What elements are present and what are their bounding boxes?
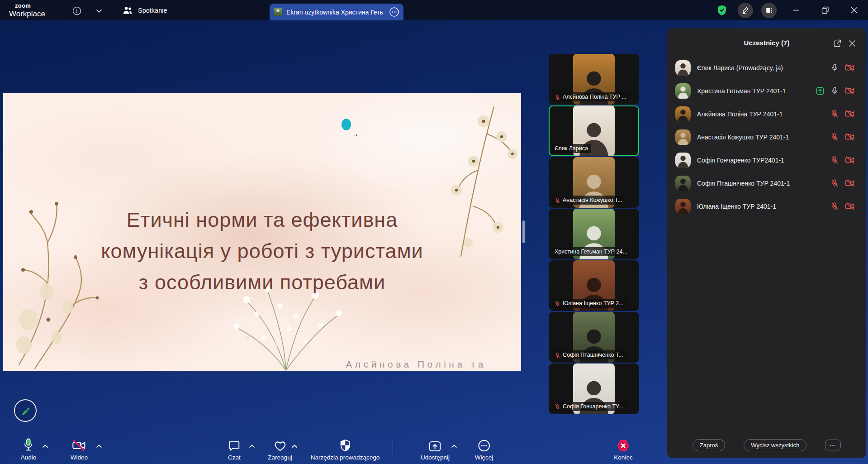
shared-screen-slide: Етичні норми та ефективна комунікація у …	[3, 93, 521, 371]
layout-view-button[interactable]	[761, 3, 777, 18]
host-tools-button[interactable]: Narzędzia prowadzącego	[311, 436, 379, 461]
zoom-workplace-window: zoom Workplace Spotkanie	[0, 0, 868, 464]
chevron-up-icon	[291, 444, 298, 448]
share-options-button[interactable]	[451, 443, 457, 450]
share-screen-button[interactable]: Udostępnij	[421, 436, 450, 461]
video-tile-name-tag: Єпик Лариса	[552, 144, 591, 153]
camera-off-icon[interactable]	[845, 110, 855, 118]
participant-row[interactable]: Христина Гетьман ТУР 2401-1	[667, 79, 866, 102]
mic-muted-icon[interactable]	[830, 202, 839, 210]
camera-off-icon[interactable]	[845, 156, 855, 164]
video-tile[interactable]: Алєйнова Поліна ТУР ...	[549, 54, 639, 105]
security-shield-button[interactable]	[715, 4, 729, 17]
react-label: Zareaguj	[268, 454, 292, 461]
video-tile-name: Софія Пташніченко Т...	[563, 352, 623, 358]
mute-all-button[interactable]: Wycisz wszystkich	[744, 439, 806, 451]
chevron-up-icon	[96, 444, 102, 448]
annotate-toolbar-button[interactable]	[738, 3, 753, 18]
security-shield-icon	[716, 5, 727, 16]
react-button[interactable]: Zareaguj	[268, 436, 292, 461]
mic-muted-icon	[555, 404, 560, 410]
slide-title-line3: з особливими потребами	[3, 267, 521, 298]
video-tile-active-speaker[interactable]: Єпик Лариса	[549, 105, 639, 156]
video-tile-name: Алєйнова Поліна ТУР ...	[563, 94, 626, 100]
video-tile[interactable]: Христина Гетьман ТУР 24...	[549, 209, 639, 259]
logo-zoom: zoom	[15, 3, 45, 9]
participant-name: Юліана Іщенко ТУР 2401-1	[697, 203, 830, 210]
mic-on-icon[interactable]	[830, 63, 839, 72]
tab-meeting[interactable]: Spotkanie	[122, 0, 167, 20]
invite-button[interactable]: Zaproś	[693, 439, 725, 451]
green-pencil-icon	[20, 405, 31, 416]
video-tile-name: Єпик Лариса	[555, 145, 588, 152]
mic-muted-icon[interactable]	[830, 110, 839, 118]
close-icon	[849, 40, 856, 47]
participant-row[interactable]: Юліана Іщенко ТУР 2401-1	[667, 195, 866, 218]
tab-meeting-label: Spotkanie	[138, 7, 167, 14]
participant-row[interactable]: Анастасія Кожушко ТУР 2401-1	[667, 125, 866, 148]
camera-off-icon[interactable]	[845, 133, 855, 141]
end-call-icon	[617, 439, 631, 452]
tab-screen-share[interactable]: Ekran użytkownika Христина Геть	[270, 4, 403, 20]
video-tile[interactable]: Юліана Іщенко ТУР 2...	[549, 260, 639, 311]
participant-name: Христина Гетьман ТУР 2401-1	[697, 87, 816, 95]
camera-off-icon[interactable]	[845, 63, 855, 72]
react-options-button[interactable]	[291, 443, 298, 450]
window-close-button[interactable]	[847, 4, 861, 17]
video-options-button[interactable]	[96, 443, 102, 450]
restore-icon	[821, 6, 829, 14]
participant-status-icons	[830, 133, 855, 141]
camera-off-icon[interactable]	[845, 202, 855, 210]
video-tile[interactable]: Софія Гончаренко ТУ...	[549, 364, 639, 414]
more-button[interactable]: Więcej	[475, 436, 493, 461]
camera-off-icon[interactable]	[845, 86, 855, 95]
mic-muted-icon[interactable]	[830, 179, 839, 187]
window-minimize-button[interactable]	[789, 4, 803, 17]
participant-status-icons	[830, 63, 855, 72]
video-tile-name-tag: Юліана Іщенко ТУР 2...	[552, 299, 627, 308]
mic-on-icon[interactable]	[830, 86, 839, 95]
panel-more-button[interactable]: ⋯	[825, 440, 841, 450]
people-icon	[122, 5, 133, 15]
mic-muted-icon[interactable]	[830, 156, 839, 164]
panel-close-button[interactable]	[847, 38, 857, 48]
chat-button[interactable]: Czat	[228, 436, 241, 461]
participant-row[interactable]: Єпик Лариса (Prowadzący, ja)	[667, 56, 866, 79]
panel-popout-button[interactable]	[832, 38, 843, 49]
annotation-pencil-button[interactable]	[14, 399, 37, 422]
participant-status-icons	[830, 179, 855, 187]
heart-icon	[273, 440, 287, 452]
participant-row[interactable]: Алєйнова Поліна ТУР 2401-1	[667, 102, 866, 125]
video-tile[interactable]: Софія Пташніченко Т...	[549, 312, 639, 363]
microphone-icon	[23, 438, 34, 452]
minimize-icon	[793, 10, 799, 11]
participant-status-icons	[830, 156, 855, 164]
audio-options-button[interactable]	[42, 443, 48, 450]
video-filmstrip: Алєйнова Поліна ТУР ... Єпик Лариса Анас…	[549, 54, 639, 415]
video-button[interactable]: Wideo	[71, 436, 88, 461]
chat-options-button[interactable]	[249, 443, 255, 450]
camera-off-icon[interactable]	[845, 179, 855, 187]
chevron-up-icon	[451, 444, 457, 448]
annotation-dot	[342, 119, 351, 130]
participants-panel-header: Uczestnicy (7)	[667, 28, 866, 56]
audio-label: Audio	[21, 454, 37, 461]
mic-muted-icon[interactable]	[830, 133, 839, 141]
chevron-up-icon	[42, 444, 48, 448]
titlebar-dropdown-button[interactable]	[94, 6, 104, 15]
participants-list: Єпик Лариса (Prowadzący, ja) Христина Ге…	[667, 56, 866, 218]
slide-author-credit: Алєйнова Поліна та	[346, 359, 486, 370]
more-label: Więcej	[475, 454, 493, 461]
participant-row[interactable]: Софія Гончаренко ТУР2401-1	[667, 148, 866, 172]
logo-workplace: Workplace	[9, 10, 45, 18]
participant-row[interactable]: Софія Пташніченко ТУР 2401-1	[667, 172, 866, 195]
camera-off-icon	[71, 439, 87, 452]
video-tile[interactable]: Анастасія Кожушко Т...	[549, 157, 639, 208]
meeting-info-button[interactable]	[71, 5, 82, 16]
filmstrip-scrollbar-thumb[interactable]	[522, 220, 525, 243]
window-restore-button[interactable]	[818, 4, 832, 17]
audio-button[interactable]: Audio	[21, 436, 37, 461]
tab-options-icon[interactable]	[389, 7, 399, 17]
avatar	[675, 83, 691, 99]
end-meeting-button[interactable]: Koniec	[614, 436, 632, 461]
